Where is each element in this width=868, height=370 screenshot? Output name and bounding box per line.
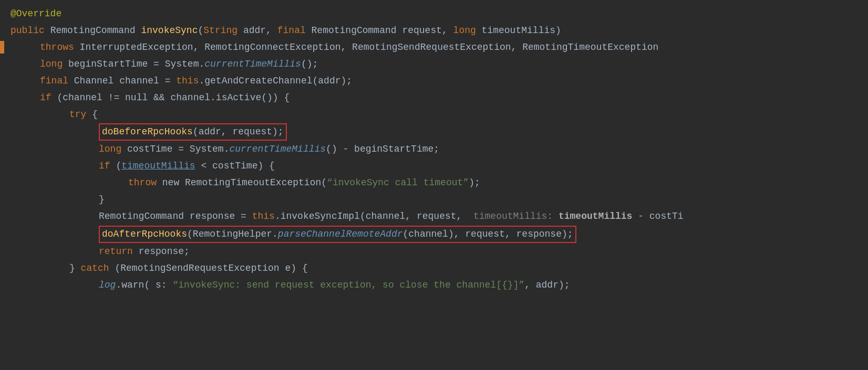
code-line: } [0,192,868,208]
code-line: if (channel != null && channel.isActive(… [0,89,868,106]
code-line: } catch (RemotingSendRequestException e)… [0,260,868,277]
highlighted-call: doBeforeRpcHooks(addr, request); [99,123,287,141]
code-line: long costTime = System.currentTimeMillis… [0,141,868,158]
code-line: long beginStartTime = System.currentTime… [0,56,868,72]
code-editor: @Overridepublic RemotingCommand invokeSy… [0,0,868,370]
highlighted-call: doAfterRpcHooks(RemotingHelper.parseChan… [99,226,576,243]
code-line: public RemotingCommand invokeSync(String… [0,22,868,39]
code-line: doAfterRpcHooks(RemotingHelper.parseChan… [0,225,868,244]
code-line: RemotingCommand response = this.invokeSy… [0,208,868,225]
code-line: @Override [0,5,868,22]
code-line: throw new RemotingTimeoutException(“invo… [0,175,868,192]
code-line: log.warn( s: “invokeSync: send request e… [0,277,868,294]
code-line: if (timeoutMillis < costTime) { [0,158,868,175]
gutter-marker [0,41,4,54]
code-line: try { [0,106,868,123]
code-line: return response; [0,244,868,260]
code-line: throws InterruptedException, RemotingCon… [0,39,868,56]
code-line: final Channel channel = this.getAndCreat… [0,72,868,89]
code-line: doBeforeRpcHooks(addr, request); [0,123,868,141]
